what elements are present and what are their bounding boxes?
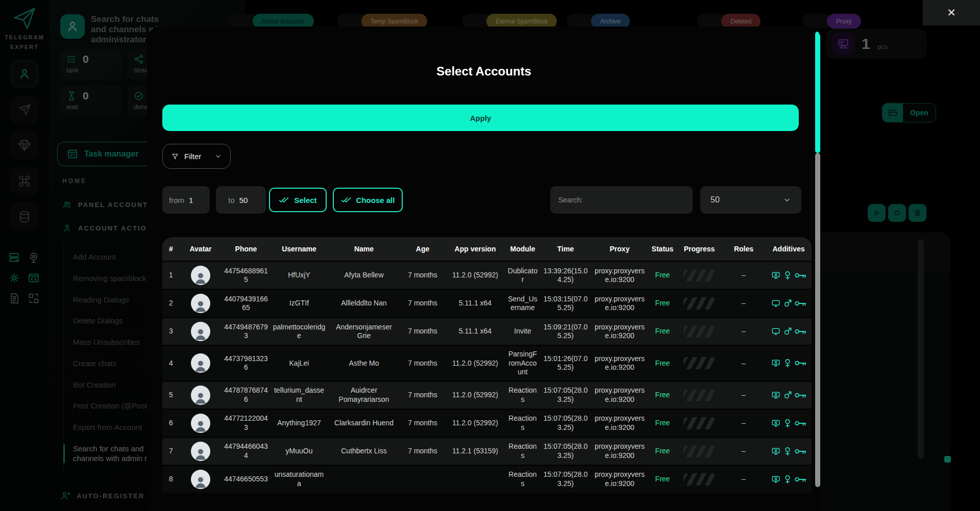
cell-progress <box>677 466 722 493</box>
cell-avatar <box>180 318 222 345</box>
cell-module: Reactions <box>505 382 540 408</box>
select-button-label: Select <box>294 196 316 205</box>
cell-number: 7 <box>162 438 180 465</box>
cell-proxy: proxy.proxyverse.io:9200 <box>591 262 648 289</box>
account-row[interactable]: 24407943916665IzGTIfAlllelddlto Nan7 mon… <box>162 290 812 317</box>
column-header: Module <box>505 237 540 261</box>
progress-bar <box>683 445 715 457</box>
column-header: Proxy <box>591 237 648 261</box>
choose-all-button[interactable]: Choose all <box>333 188 403 212</box>
cell-module: ParsingFromAccount <box>505 346 540 380</box>
cell-proxy: proxy.proxyverse.io:9200 <box>591 466 648 493</box>
female-icon <box>782 418 793 428</box>
cell-roles: – <box>722 410 766 437</box>
modal-title: Select Accounts <box>147 64 821 79</box>
modal-scrollbar-track[interactable] <box>815 153 820 487</box>
cell-roles: – <box>722 382 766 408</box>
cell-status: Free <box>648 466 677 493</box>
cell-roles: – <box>722 466 766 493</box>
choose-all-button-label: Choose all <box>356 196 395 205</box>
female-icon <box>782 474 793 484</box>
cell-progress <box>677 438 722 465</box>
cell-status: Free <box>648 382 677 408</box>
cell-name: Andersonjameser Grie <box>328 318 400 345</box>
cell-time: 15:07:05(28.03.25) <box>540 410 591 437</box>
cell-app-version: 11.2.0 (52992) <box>445 346 505 380</box>
key-icon <box>794 420 806 427</box>
progress-bar <box>683 473 715 486</box>
key-icon <box>794 272 806 279</box>
cell-avatar <box>180 466 222 493</box>
cell-module: Dublicator <box>505 262 540 289</box>
account-row[interactable]: 3447494876793palmettocoleridgeAndersonja… <box>162 318 812 345</box>
account-row[interactable]: 7447944660434yMuuOuCuthbertx Liss7 month… <box>162 438 812 465</box>
key-icon <box>794 328 806 335</box>
column-header: Roles <box>722 237 766 261</box>
cell-roles: – <box>722 262 766 289</box>
page-size-select[interactable]: 50 <box>700 186 801 214</box>
cell-roles: – <box>722 346 766 380</box>
cell-module: Reactions <box>505 410 540 437</box>
column-header: Avatar <box>180 237 222 261</box>
cell-time: 15:07:05(28.03.25) <box>540 382 591 408</box>
male-icon <box>782 390 793 400</box>
account-row[interactable]: 5447878768746tellurium_dassentAuidrcer P… <box>162 382 812 408</box>
cell-roles: – <box>722 290 766 317</box>
filter-dropdown[interactable]: Filter <box>162 144 231 169</box>
to-input[interactable] <box>239 196 254 205</box>
cell-additives <box>766 318 812 345</box>
chevron-down-icon <box>783 196 791 204</box>
avatar-person-icon <box>193 298 208 313</box>
cell-app-version: 5.11.1 x64 <box>445 290 505 317</box>
account-row[interactable]: 1447546889615HfUxjYAfyta Bellew7 months1… <box>162 262 812 289</box>
column-header: Status <box>648 237 677 261</box>
cell-module: Reactions <box>505 466 540 493</box>
cell-app-version: 11.2.0 (52992) <box>445 262 505 289</box>
select-button[interactable]: Select <box>269 188 327 212</box>
cell-status: Free <box>648 438 677 465</box>
search-field <box>550 186 693 214</box>
column-header: # <box>162 237 180 261</box>
cell-additives <box>766 438 812 465</box>
cell-phone: 447546889615 <box>222 262 271 289</box>
avatar <box>191 322 210 341</box>
from-input[interactable] <box>189 196 203 205</box>
cell-avatar <box>180 438 222 465</box>
cell-age: 7 months <box>400 290 445 317</box>
close-button[interactable]: ✕ <box>923 0 980 25</box>
key-icon <box>794 392 806 399</box>
double-check-icon <box>341 196 351 203</box>
cell-additives <box>766 262 812 289</box>
key-icon <box>794 476 806 483</box>
monitor-x-icon <box>771 390 781 400</box>
controls-row: from to Select Choose all 50 <box>147 186 821 215</box>
cell-age <box>400 466 445 493</box>
cell-name: Asthe Mo <box>328 346 400 380</box>
column-header: Additives <box>766 237 812 261</box>
cell-time: 15:07:05(28.03.25) <box>540 438 591 465</box>
table-header-row: #AvatarPhoneUsernameNameAgeApp versionMo… <box>162 237 812 261</box>
to-label: to <box>228 196 235 205</box>
modal-scrollbar-thumb[interactable] <box>815 32 820 153</box>
cell-status: Free <box>648 290 677 317</box>
cell-phone: 44746650553 <box>222 466 271 493</box>
account-row[interactable]: 4447379813236KajLeiAsthe Mo7 months11.2.… <box>162 346 812 380</box>
monitor-x-icon <box>771 270 781 280</box>
cell-time: 15:09:21(07.05.25) <box>540 318 591 345</box>
account-row[interactable]: 844746650553unsaturationamaReactions15:0… <box>162 466 812 493</box>
avatar-person-icon <box>193 390 208 405</box>
cell-progress <box>677 318 722 345</box>
cell-age: 7 months <box>400 262 445 289</box>
search-input[interactable] <box>558 196 684 204</box>
female-icon <box>782 446 793 456</box>
female-icon <box>782 358 793 368</box>
cell-username: yMuuOu <box>271 438 328 465</box>
cell-avatar <box>180 382 222 408</box>
apply-button[interactable]: Apply <box>162 105 799 131</box>
monitor-icon <box>771 298 781 309</box>
account-row[interactable]: 6447721220043Anything1927Clarksardin Hue… <box>162 410 812 437</box>
avatar-person-icon <box>193 270 208 285</box>
monitor-x-icon <box>771 474 781 484</box>
cell-phone: 447878768746 <box>222 382 271 408</box>
cell-phone: 447379813236 <box>222 346 271 380</box>
